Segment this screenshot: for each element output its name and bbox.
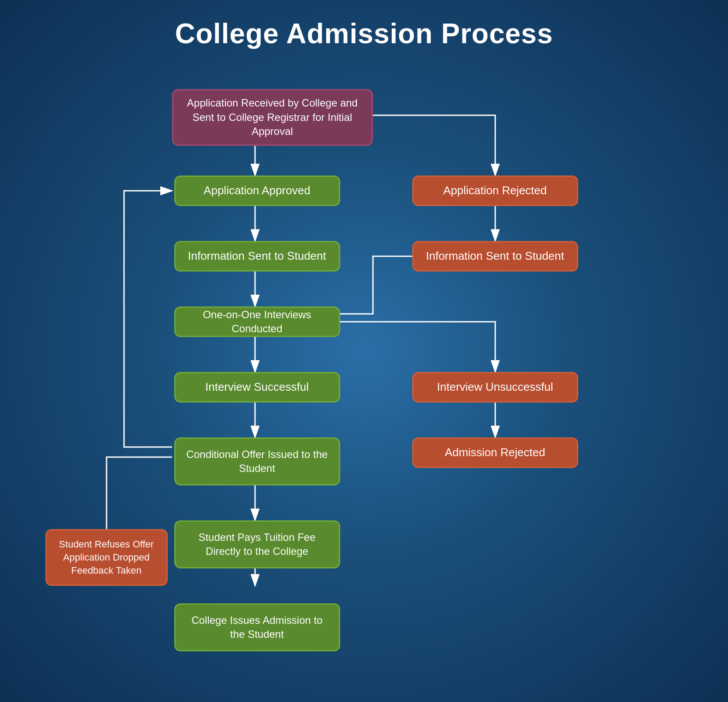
diagram-container: Application Received by College and Sent… <box>37 67 692 678</box>
info-sent-right-box: Information Sent to Student <box>412 241 578 272</box>
interview-unsuccessful-box: Interview Unsuccessful <box>412 372 578 403</box>
interviews-box: One-on-One Interviews Conducted <box>174 306 340 337</box>
info-sent-left-box: Information Sent to Student <box>174 241 340 272</box>
application-approved-box: Application Approved <box>174 176 340 206</box>
student-refuses-box: Student Refuses Offer Application Droppe… <box>45 529 168 586</box>
page-title: College Admission Process <box>175 17 553 50</box>
conditional-offer-box: Conditional Offer Issued to the Student <box>174 437 340 485</box>
start-box: Application Received by College and Sent… <box>172 89 373 146</box>
college-issues-box: College Issues Admission to the Student <box>174 603 340 651</box>
interview-successful-box: Interview Successful <box>174 372 340 403</box>
student-pays-box: Student Pays Tuition Fee Directly to the… <box>174 520 340 568</box>
application-rejected-box: Application Rejected <box>412 176 578 206</box>
admission-rejected-box: Admission Rejected <box>412 437 578 468</box>
